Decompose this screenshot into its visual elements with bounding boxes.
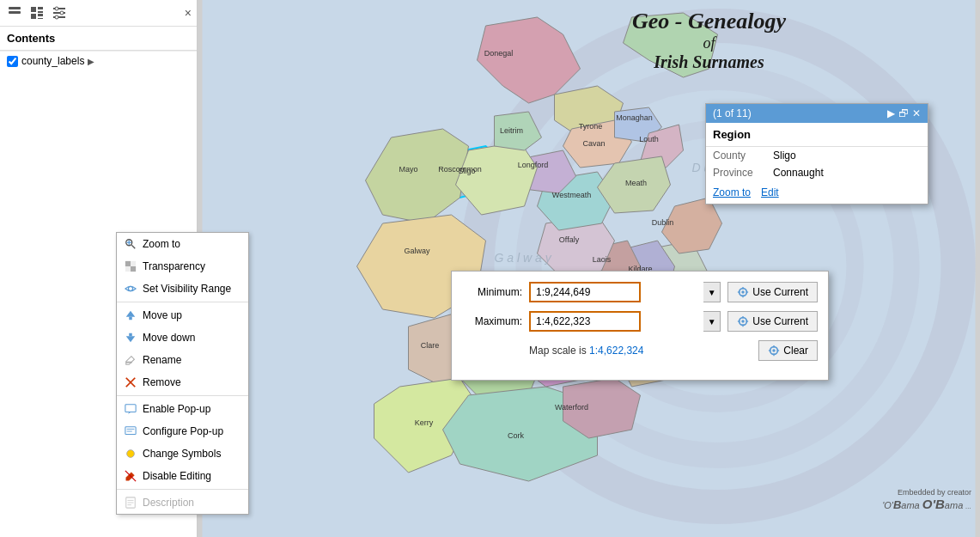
visibility-icon (124, 282, 137, 296)
info-popup-prev[interactable]: ▶ (887, 107, 895, 119)
svg-text:G a l w a y: G a l w a y (495, 251, 552, 265)
menu-item-configure-popup[interactable]: Configure Pop-up (117, 420, 248, 442)
detail-view-button[interactable] (27, 3, 46, 22)
menu-label-set-visibility: Set Visibility Range (143, 283, 231, 295)
svg-marker-25 (126, 336, 136, 342)
vis-row-scale: Map scale is 1:4,622,324 Clear (462, 340, 818, 361)
menu-separator-3 (117, 489, 248, 490)
use-current-icon (737, 286, 749, 298)
svg-marker-23 (126, 311, 136, 317)
menu-item-zoom-to[interactable]: Zoom to (117, 233, 248, 255)
menu-item-move-up[interactable]: Move up (117, 304, 248, 326)
watermark: Embedded by creator 'O'Bama O'Bama ... (882, 488, 971, 511)
svg-text:Mayo: Mayo (399, 165, 417, 174)
info-popup-key-province: Province (713, 167, 773, 179)
svg-text:Cork: Cork (508, 431, 525, 440)
map-scale-value[interactable]: 1:4,622,324 (589, 345, 643, 357)
svg-rect-7 (38, 18, 43, 19)
menu-label-transparency: Transparency (143, 260, 205, 272)
info-popup-row-county: County Sligo (706, 147, 928, 164)
info-popup-nav: ▶ 🗗 ✕ (887, 107, 921, 119)
svg-point-11 (55, 7, 58, 10)
layer-expand-arrow[interactable]: ▶ (88, 57, 94, 66)
svg-text:Clare: Clare (421, 341, 440, 350)
maximum-input-wrap: ▼ (529, 311, 721, 332)
svg-point-86 (773, 349, 776, 352)
svg-line-15 (131, 245, 135, 248)
popup-icon (124, 402, 137, 416)
map-scale-text: Map scale is 1:4,622,324 (529, 345, 752, 357)
menu-item-set-visibility[interactable]: Set Visibility Range (117, 278, 248, 300)
layer-item[interactable]: county_labels ▶ (0, 52, 197, 70)
minimum-use-current-button[interactable]: Use Current (727, 282, 818, 302)
menu-item-enable-popup[interactable]: Enable Pop-up (117, 398, 248, 420)
info-popup-close[interactable]: ✕ (912, 107, 921, 119)
svg-text:Kerry: Kerry (415, 418, 434, 427)
info-popup-restore[interactable]: 🗗 (898, 107, 909, 119)
menu-item-change-symbols[interactable]: Change Symbols (117, 442, 248, 465)
minimum-input-wrap: ▼ (529, 282, 721, 302)
left-panel-toolbar: × (0, 0, 197, 27)
maximum-input[interactable] (529, 311, 641, 332)
menu-item-description: Description (117, 491, 248, 514)
info-popup-key-county: County (713, 150, 773, 162)
minimum-use-current-label: Use Current (752, 286, 808, 298)
menu-item-rename[interactable]: Rename (117, 349, 248, 371)
info-popup-footer: Zoom to Edit (706, 181, 928, 204)
maximum-label: Maximum: (462, 315, 522, 327)
svg-rect-19 (131, 266, 136, 272)
menu-item-transparency[interactable]: Transparency (117, 255, 248, 278)
clear-button[interactable]: Clear (758, 340, 818, 361)
contents-title: Contents (0, 27, 197, 51)
svg-rect-24 (129, 317, 132, 320)
svg-rect-3 (38, 7, 43, 9)
svg-point-74 (742, 290, 746, 294)
layer-checkbox[interactable] (7, 56, 18, 67)
svg-text:Louth: Louth (639, 135, 659, 143)
svg-text:Cavan: Cavan (582, 139, 605, 148)
svg-point-13 (55, 15, 58, 19)
editing-icon (124, 469, 137, 483)
minimum-input[interactable] (529, 282, 641, 302)
list-view-button[interactable] (5, 3, 24, 22)
svg-text:Tyrone: Tyrone (579, 122, 603, 131)
remove-icon (124, 375, 137, 389)
zoom-icon (124, 237, 137, 251)
svg-point-35 (127, 450, 135, 458)
svg-point-80 (742, 320, 746, 323)
info-popup-counter: (1 of 11) (713, 107, 752, 119)
options-view-button[interactable] (50, 3, 69, 22)
menu-item-remove[interactable]: Remove (117, 371, 248, 394)
svg-rect-5 (31, 14, 36, 19)
context-menu: Zoom to Transparency Set Visibility Rang… (116, 232, 249, 515)
config-popup-icon (124, 424, 137, 438)
svg-rect-1 (9, 11, 21, 14)
info-popup-row-province: Province Connaught (706, 164, 928, 181)
svg-rect-26 (129, 333, 132, 337)
info-popup: (1 of 11) ▶ 🗗 ✕ Region County Sligo Prov… (705, 103, 928, 204)
svg-point-12 (60, 11, 64, 15)
svg-rect-32 (125, 427, 136, 435)
menu-item-move-down[interactable]: Move down (117, 326, 248, 349)
minimum-dropdown[interactable]: ▼ (703, 282, 721, 302)
close-panel-button[interactable]: × (185, 6, 192, 20)
maximum-use-current-label: Use Current (752, 315, 808, 327)
svg-text:Meath: Meath (625, 179, 647, 187)
move-up-icon (124, 308, 137, 322)
map-svg[interactable]: G a l w a y D u b l i n Donegal Roscommo… (198, 0, 980, 537)
svg-text:Longford: Longford (518, 161, 549, 169)
info-popup-val-province: Connaught (773, 167, 824, 179)
svg-text:Laois: Laois (593, 255, 612, 264)
maximum-use-current-button[interactable]: Use Current (727, 311, 818, 332)
maximum-dropdown[interactable]: ▼ (703, 311, 721, 332)
zoom-to-link[interactable]: Zoom to (713, 186, 751, 198)
svg-text:Dublin: Dublin (652, 218, 674, 227)
menu-label-move-down: Move down (143, 332, 195, 344)
edit-link[interactable]: Edit (761, 186, 779, 198)
menu-item-disable-editing[interactable]: Disable Editing (117, 465, 248, 487)
use-current-icon-2 (737, 315, 749, 327)
description-icon (124, 496, 137, 510)
vis-row-minimum: Minimum: ▼ Use Current (462, 282, 818, 302)
info-popup-val-county: Sligo (773, 150, 796, 162)
svg-rect-21 (125, 266, 131, 272)
